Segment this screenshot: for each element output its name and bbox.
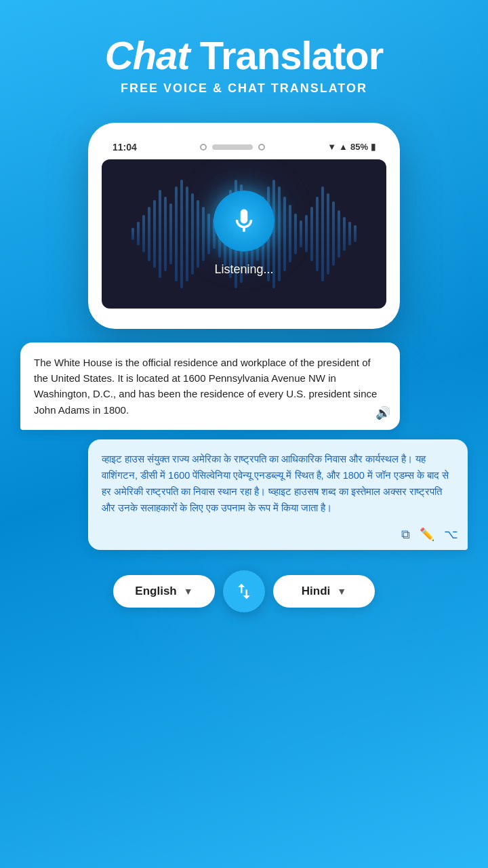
signal-icon: ▲	[339, 142, 348, 152]
target-language-label: Hindi	[302, 585, 331, 598]
battery-text: 85%	[350, 142, 368, 152]
english-text: The White House is the official residenc…	[34, 357, 377, 416]
phone-time: 11:04	[113, 142, 137, 153]
notch-circle-right	[258, 144, 265, 151]
mic-icon	[230, 207, 258, 235]
status-icons: ▼ ▲ 85% ▮	[327, 142, 375, 152]
copy-icon[interactable]: ⧉	[401, 528, 410, 542]
phone-status-bar: 11:04 ▼ ▲ 85% ▮	[102, 136, 386, 155]
language-bar: English ▼ Hindi ▼	[0, 564, 488, 626]
battery-icon: ▮	[371, 142, 375, 152]
title-chat: Chat	[105, 33, 190, 77]
app-title: Chat Translator	[27, 34, 461, 77]
hindi-bubble: व्हाइट हाउस संयुक्त राज्य अमेरिका के राष…	[88, 439, 468, 551]
phone-mockup: 11:04 ▼ ▲ 85% ▮ Listening...	[0, 123, 488, 329]
share-icon[interactable]: ⌥	[444, 527, 458, 542]
english-bubble: The White House is the official residenc…	[20, 342, 400, 430]
app-header: Chat Translator FREE VOICE & CHAT TRANSL…	[0, 0, 488, 116]
title-translator: Translator	[190, 33, 384, 77]
hindi-text: व्हाइट हाउस संयुक्त राज्य अमेरिका के राष…	[102, 454, 449, 513]
notch-pill	[212, 144, 253, 150]
voice-panel[interactable]: Listening...	[102, 159, 386, 309]
mic-button[interactable]	[214, 191, 274, 252]
speaker-icon[interactable]: 🔊	[375, 406, 390, 420]
edit-icon[interactable]: ✏️	[420, 527, 434, 542]
listening-text: Listening...	[214, 262, 273, 277]
source-language-selector[interactable]: English ▼	[113, 575, 215, 608]
target-chevron-icon: ▼	[337, 586, 346, 597]
phone-notch	[200, 144, 265, 151]
wifi-icon: ▼	[327, 142, 336, 152]
swap-icon	[234, 581, 254, 601]
bubble-actions: ⧉ ✏️ ⌥	[401, 527, 458, 542]
app-subtitle: FREE VOICE & CHAT TRANSLATOR	[27, 81, 461, 96]
chat-area: The White House is the official residenc…	[0, 329, 488, 564]
source-language-label: English	[135, 585, 176, 598]
source-chevron-icon: ▼	[184, 586, 193, 597]
target-language-selector[interactable]: Hindi ▼	[273, 575, 375, 608]
notch-circle-left	[200, 144, 207, 151]
swap-languages-button[interactable]	[223, 570, 265, 612]
phone-frame: 11:04 ▼ ▲ 85% ▮ Listening...	[88, 123, 400, 329]
